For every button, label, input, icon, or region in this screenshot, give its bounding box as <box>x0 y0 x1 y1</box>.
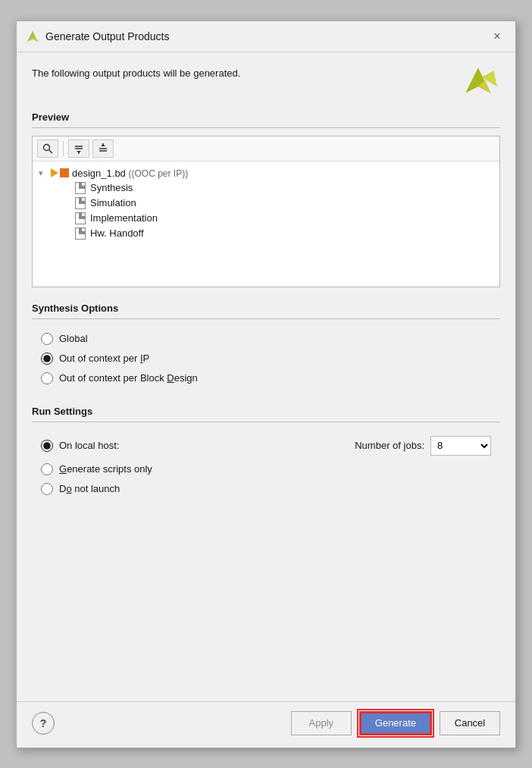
title-bar-left: Generate Output Products <box>26 30 169 43</box>
tree-root-suffix: ((OOC per IP)) <box>128 168 188 179</box>
tree-expand-icon[interactable]: ▾ <box>39 168 51 178</box>
preview-tree-content[interactable]: ▾ design_1.bd ((OOC per IP)) <box>33 161 499 287</box>
file-icon-hw-handoff <box>75 227 86 240</box>
tree-item-synthesis[interactable]: Synthesis <box>75 180 493 196</box>
radio-ooc-ip[interactable] <box>41 353 53 365</box>
radio-row-global[interactable]: Global <box>41 333 491 345</box>
tree-item-implementation[interactable]: Implementation <box>75 211 493 226</box>
tree-label-synthesis: Synthesis <box>90 182 133 193</box>
file-icon-implementation <box>75 212 86 224</box>
run-settings-content: On local host: Number of jobs: 1 2 4 6 8… <box>32 430 500 501</box>
radio-local[interactable] <box>41 440 53 452</box>
preview-box: ▾ design_1.bd ((OOC per IP)) <box>32 136 500 287</box>
file-icon-synthesis <box>75 182 86 194</box>
radio-no-launch[interactable] <box>41 483 53 495</box>
tree-children: Synthesis Simulation Implementation <box>39 180 493 241</box>
title-bar: Generate Output Products × <box>17 21 515 52</box>
app-icon <box>26 30 39 43</box>
radio-label-ooc-block: Out of context per Block Design <box>59 372 198 384</box>
svg-marker-14 <box>101 144 105 146</box>
search-button[interactable] <box>37 139 58 158</box>
expand-all-icon <box>74 143 84 154</box>
tree-item-hw-handoff[interactable]: Hw. Handoff <box>75 226 493 241</box>
triangle-icon <box>51 168 58 177</box>
run-settings-section: Run Settings On local host: Number of jo… <box>32 406 500 501</box>
radio-ooc-block[interactable] <box>41 372 53 384</box>
generate-output-dialog: Generate Output Products × The following… <box>16 20 516 748</box>
intro-text: The following output products will be ge… <box>32 64 240 79</box>
help-button[interactable]: ? <box>32 712 55 735</box>
preview-section: Preview <box>32 111 500 287</box>
apply-button[interactable]: Apply <box>291 711 352 735</box>
collapse-all-button[interactable] <box>92 139 114 158</box>
preview-toolbar <box>33 136 499 161</box>
run-settings-label: Run Settings <box>32 406 500 417</box>
radio-label-no-launch: Do not launch <box>59 483 120 494</box>
expand-all-button[interactable] <box>68 139 89 158</box>
design-icon <box>51 168 69 177</box>
tree-root: ▾ design_1.bd ((OOC per IP)) <box>33 161 499 246</box>
tree-label-implementation: Implementation <box>90 212 158 224</box>
synthesis-options-label: Synthesis Options <box>32 302 500 314</box>
tree-item-simulation[interactable]: Simulation <box>75 196 493 211</box>
radio-global[interactable] <box>41 333 53 345</box>
tree-root-label: design_1.bd ((OOC per IP)) <box>72 168 188 179</box>
synthesis-radio-group: Global Out of context per IP Out of cont… <box>32 327 500 390</box>
radio-row-ooc-block[interactable]: Out of context per Block Design <box>41 372 491 384</box>
dialog-footer: ? Apply Generate Cancel <box>17 701 515 748</box>
radio-label-scripts: Generate scripts only <box>59 463 152 475</box>
run-row-local: On local host: Number of jobs: 1 2 4 6 8… <box>41 436 491 456</box>
synthesis-section: Synthesis Options Global Out of context … <box>32 302 500 390</box>
close-button[interactable]: × <box>488 27 506 45</box>
footer-left: ? <box>32 712 55 735</box>
radio-label-ooc-ip: Out of context per IP <box>59 353 149 364</box>
radio-row-scripts[interactable]: Generate scripts only <box>41 463 491 475</box>
jobs-label: Number of jobs: <box>355 440 424 451</box>
cancel-button[interactable]: Cancel <box>440 711 500 735</box>
radio-scripts[interactable] <box>41 463 53 475</box>
tree-label-simulation: Simulation <box>90 197 136 208</box>
tree-row-root[interactable]: ▾ design_1.bd ((OOC per IP)) <box>39 166 493 180</box>
radio-row-no-launch[interactable]: Do not launch <box>41 483 491 495</box>
search-icon <box>42 143 53 154</box>
dialog-body: The following output products will be ge… <box>17 52 515 701</box>
box-icon <box>60 168 69 177</box>
toolbar-sep-1 <box>63 141 64 156</box>
run-settings-divider <box>32 422 500 422</box>
jobs-select[interactable]: 1 2 4 6 8 12 16 <box>430 436 491 456</box>
dialog-title: Generate Output Products <box>45 30 169 42</box>
radio-row-local[interactable]: On local host: <box>41 440 120 452</box>
radio-label-global: Global <box>59 333 88 344</box>
brand-logo <box>462 64 500 96</box>
svg-point-5 <box>44 144 50 150</box>
tree-label-hw-handoff: Hw. Handoff <box>90 227 144 239</box>
synthesis-divider <box>32 318 500 319</box>
radio-row-ooc-ip[interactable]: Out of context per IP <box>41 353 491 365</box>
preview-label: Preview <box>32 111 500 123</box>
radio-label-local: On local host: <box>59 440 120 451</box>
intro-row: The following output products will be ge… <box>32 64 500 96</box>
collapse-all-icon <box>98 143 108 154</box>
file-icon-simulation <box>75 197 86 209</box>
preview-divider <box>32 127 500 128</box>
svg-line-6 <box>49 149 53 153</box>
svg-marker-10 <box>77 151 81 153</box>
generate-button[interactable]: Generate <box>359 711 432 735</box>
